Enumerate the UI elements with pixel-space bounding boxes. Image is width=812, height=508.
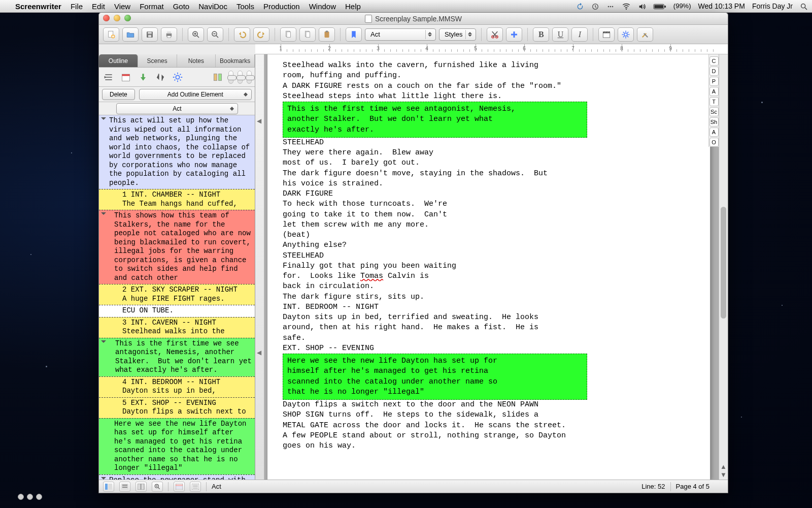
tools-button[interactable] bbox=[637, 27, 653, 42]
element-type-select[interactable]: Act bbox=[365, 28, 436, 41]
zoom-fit-button[interactable] bbox=[152, 482, 163, 492]
cut-icon-button[interactable] bbox=[487, 27, 503, 42]
menu-file[interactable]: File bbox=[71, 2, 83, 11]
window-titlebar[interactable]: Screenplay Sample.MMSW bbox=[99, 13, 728, 25]
disclosure-triangle-icon[interactable] bbox=[101, 477, 106, 480]
outline-item[interactable]: 2 EXT. SKY SCRAPER -- NIGHT A huge FIRE … bbox=[99, 284, 255, 305]
strip-act[interactable]: A bbox=[709, 128, 719, 137]
notes-view-button[interactable] bbox=[190, 482, 201, 492]
outline-list[interactable]: This act will set up how the virus wiped… bbox=[99, 115, 255, 480]
italic-button[interactable]: I bbox=[571, 27, 588, 42]
menu-help[interactable]: Help bbox=[345, 2, 361, 11]
cut-button[interactable] bbox=[280, 27, 296, 42]
zoom-out-button[interactable] bbox=[207, 27, 223, 42]
menu-production[interactable]: Production bbox=[263, 2, 300, 11]
bold-button[interactable]: B bbox=[533, 27, 549, 42]
script-page[interactable]: Steelhead walks into the cavern, furnish… bbox=[267, 54, 710, 480]
tab-bookmarks[interactable]: Bookmarks bbox=[216, 54, 255, 67]
outline-columns-icon[interactable] bbox=[211, 71, 224, 84]
redo-button[interactable] bbox=[253, 27, 269, 42]
outline-item[interactable]: This shows how this team of Stalkers, th… bbox=[99, 210, 255, 284]
outline-calendar-icon[interactable] bbox=[119, 71, 132, 84]
outline-item[interactable]: ECU ON TUBE. bbox=[99, 305, 255, 318]
outline-item[interactable]: 1 INT. CHAMBER -- NIGHT The Team hangs h… bbox=[99, 189, 255, 210]
bg-close-icon[interactable] bbox=[18, 494, 24, 500]
outline-zoom-slider-2[interactable] bbox=[238, 71, 243, 84]
outline-level-select[interactable]: Act bbox=[116, 103, 238, 114]
menuextra-timemachine-icon[interactable] bbox=[591, 2, 599, 10]
collapse-marker-icon[interactable]: ◀ bbox=[257, 117, 261, 124]
menubar-username[interactable]: Forris Day Jr bbox=[752, 2, 793, 10]
menuextra-volume-icon[interactable] bbox=[638, 2, 646, 10]
collapse-marker-icon[interactable]: ◀ bbox=[257, 349, 261, 356]
bg-minimize-icon[interactable] bbox=[27, 494, 33, 500]
menu-navidoc[interactable]: NaviDoc bbox=[198, 2, 227, 11]
strip-transition[interactable]: T bbox=[709, 97, 719, 106]
print-button[interactable] bbox=[161, 27, 177, 42]
script-note[interactable]: This is the first time we see antagonist… bbox=[283, 102, 587, 138]
strip-parenthetical[interactable]: P bbox=[709, 77, 719, 86]
outline-settings-icon[interactable] bbox=[171, 71, 184, 84]
bookmark-button[interactable] bbox=[346, 27, 362, 42]
outline-item[interactable]: 4 INT. BEDROOM -- NIGHT Dayton sits up i… bbox=[99, 376, 255, 398]
script-note[interactable]: Here we see the new life Dayton has set … bbox=[283, 354, 587, 400]
strip-shot[interactable]: Sh bbox=[709, 117, 719, 126]
window-close-button[interactable] bbox=[103, 15, 110, 21]
preferences-button[interactable] bbox=[618, 27, 634, 42]
save-button[interactable] bbox=[142, 27, 158, 42]
delete-outline-button[interactable]: Delete bbox=[102, 89, 135, 100]
outline-item[interactable]: 3 INT. CAVERN -- NIGHT Steelhead walks i… bbox=[99, 317, 255, 338]
scroll-up-arrow-icon[interactable]: ▲ bbox=[719, 462, 728, 470]
spellcheck-error[interactable]: Tomas bbox=[360, 272, 383, 280]
disclosure-triangle-icon[interactable] bbox=[101, 117, 106, 122]
menu-format[interactable]: Format bbox=[140, 2, 164, 11]
add-outline-select[interactable]: Add Outline Element bbox=[139, 89, 252, 100]
strip-character[interactable]: C bbox=[709, 56, 719, 66]
paste-button[interactable] bbox=[319, 27, 335, 42]
menu-goto[interactable]: Goto bbox=[173, 2, 190, 11]
view-mode-3-button[interactable] bbox=[136, 482, 147, 492]
outline-item[interactable]: Here we see the new life Dayton has set … bbox=[99, 418, 255, 475]
outline-item[interactable]: This act will set up how the virus wiped… bbox=[99, 115, 255, 189]
production-board-button[interactable] bbox=[598, 27, 615, 42]
menu-tools[interactable]: Tools bbox=[236, 2, 254, 11]
window-minimize-button[interactable] bbox=[114, 15, 120, 21]
index-cards-button[interactable] bbox=[174, 482, 185, 492]
view-mode-2-button[interactable] bbox=[119, 482, 130, 492]
menuextra-ichat-icon[interactable] bbox=[606, 2, 615, 10]
outline-item[interactable]: 5 EXT. SHOP -- EVENING Dayton flips a sw… bbox=[99, 397, 255, 419]
styles-select[interactable]: Styles bbox=[439, 28, 476, 41]
outline-zoom-slider-1[interactable] bbox=[228, 71, 233, 84]
menu-view[interactable]: View bbox=[114, 2, 130, 11]
menuextra-battery-icon[interactable] bbox=[653, 2, 666, 10]
window-zoom-button[interactable] bbox=[124, 15, 131, 21]
outline-sort-icon[interactable] bbox=[154, 71, 167, 84]
copy-button[interactable] bbox=[299, 27, 316, 42]
tab-scenes[interactable]: Scenes bbox=[138, 54, 177, 67]
zoom-in-button[interactable] bbox=[188, 27, 204, 42]
menuextra-wifi-icon[interactable] bbox=[622, 2, 631, 11]
add-element-button[interactable] bbox=[506, 27, 522, 42]
menuextra-sync-icon[interactable] bbox=[576, 2, 584, 10]
scrollbar-thumb[interactable] bbox=[721, 207, 726, 319]
tab-notes[interactable]: Notes bbox=[177, 54, 216, 67]
outline-indent-icon[interactable] bbox=[102, 71, 115, 84]
menu-edit[interactable]: Edit bbox=[92, 2, 105, 11]
strip-scene[interactable]: Sc bbox=[709, 107, 719, 116]
strip-action[interactable]: A bbox=[709, 87, 719, 96]
vertical-scrollbar[interactable]: ▲ ▼ bbox=[719, 54, 728, 480]
strip-dialogue[interactable]: D bbox=[709, 67, 719, 76]
bg-zoom-icon[interactable] bbox=[36, 494, 42, 500]
undo-button[interactable] bbox=[234, 27, 250, 42]
tab-outline[interactable]: Outline bbox=[99, 54, 138, 67]
app-name[interactable]: Screenwriter bbox=[15, 2, 61, 11]
open-document-button[interactable] bbox=[122, 27, 139, 42]
outline-zoom-slider-3[interactable] bbox=[247, 71, 252, 84]
strip-outline[interactable]: O bbox=[709, 138, 719, 147]
menu-window[interactable]: Window bbox=[309, 2, 336, 11]
disclosure-triangle-icon[interactable] bbox=[101, 212, 106, 217]
view-mode-1-button[interactable] bbox=[103, 482, 114, 492]
outline-move-down-icon[interactable] bbox=[137, 71, 150, 84]
underline-button[interactable]: U bbox=[552, 27, 568, 42]
scroll-down-arrow-icon[interactable]: ▼ bbox=[719, 470, 728, 479]
